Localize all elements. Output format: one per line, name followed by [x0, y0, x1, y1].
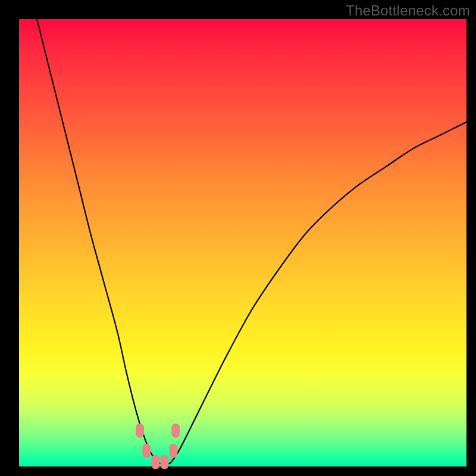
curve-svg	[19, 19, 466, 466]
watermark-text: TheBottleneck.com	[346, 2, 470, 19]
curve-marker	[151, 455, 159, 469]
curve-marker	[171, 424, 180, 438]
bottleneck-curve	[37, 19, 466, 465]
curve-marker	[169, 444, 177, 458]
curve-marker	[136, 424, 144, 438]
curve-marker	[142, 444, 151, 458]
plot-area	[19, 19, 466, 466]
curve-marker	[160, 455, 168, 469]
markers-group	[136, 424, 180, 469]
chart-frame: TheBottleneck.com	[0, 0, 476, 476]
